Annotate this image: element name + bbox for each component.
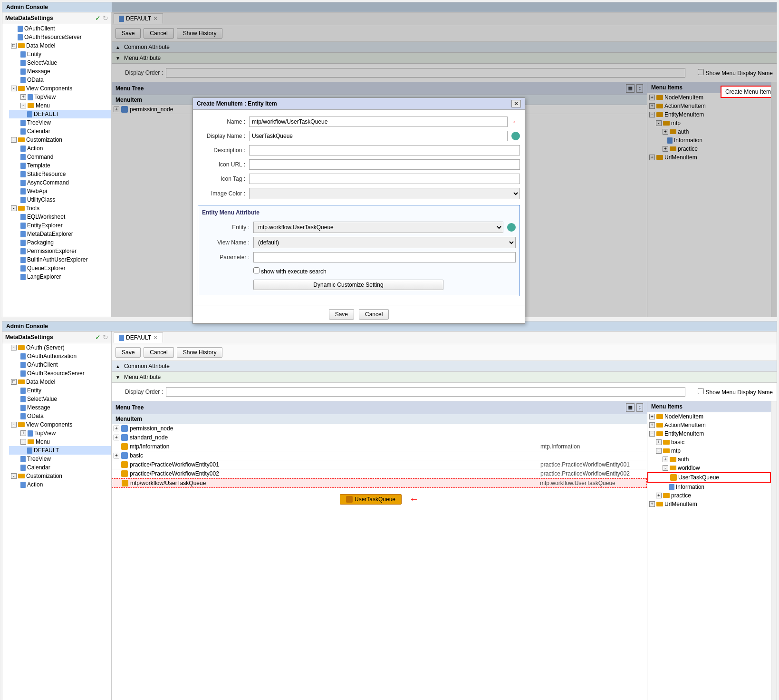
sidebar-item-webapi-1[interactable]: WebApi [9,187,111,195]
sidebar-item-treeview-2[interactable]: TreeView [9,455,111,463]
dynamic-customize-button[interactable]: Dynamic Customize Setting [253,280,443,290]
show-history-button-2[interactable]: Show History [177,347,223,358]
sidebar-item-odata-2[interactable]: OData [9,412,111,420]
sidebar-item-oauthclient-1[interactable]: OAuthClient [9,24,111,33]
right-tree-usertaskqueue-selected[interactable]: UserTaskQueue [647,472,771,483]
sidebar-group-menu-1[interactable]: - Menu [9,101,111,110]
sidebar-group-datamodel-1[interactable]: □ Data Model [9,41,111,50]
expand-workflow2[interactable]: - [663,465,668,471]
right-tree-workflow-2[interactable]: - workflow [647,464,771,472]
sidebar-item-command-1[interactable]: Command [9,153,111,161]
right-tree-actionmenuitem-2[interactable]: + ActionMenuItem [647,421,771,429]
sidebar-item-oauthresource-2[interactable]: OAuthResourceServer [9,369,111,378]
scrollbar-right-2[interactable] [771,401,777,700]
expand-menu1[interactable]: - [20,103,26,108]
sidebar-group-menu-2[interactable]: - Menu [9,438,111,446]
refresh-entity-icon[interactable] [507,223,516,232]
parameter-input[interactable] [253,252,516,262]
expand-custom2[interactable]: - [11,473,17,479]
sidebar-item-topview-1[interactable]: + TopView [9,93,111,101]
display-order-input-2[interactable] [166,387,685,397]
common-attribute-header-2[interactable]: ▲ Common Attribute [112,361,777,372]
expand-perm2[interactable]: + [114,426,119,431]
expand-standard[interactable]: + [114,435,119,440]
tab-default-2[interactable]: DEFAULT ✕ [114,332,163,343]
sidebar-item-topview-2[interactable]: + TopView [9,429,111,438]
expand-tools1[interactable]: - [11,205,17,211]
modal-name-input[interactable] [249,117,508,127]
modal-save-button[interactable]: Save [329,309,354,320]
sidebar-item-oauthclient-2[interactable]: OAuthClient [9,360,111,369]
sidebar-item-odata-1[interactable]: OData [9,76,111,84]
sidebar-item-default-2[interactable]: DEFAULT [9,446,111,455]
sidebar-item-builtinauth[interactable]: BuiltinAuthUserExplorer [9,255,111,264]
sidebar-item-default-1[interactable]: DEFAULT [9,110,111,118]
sidebar-item-message-2[interactable]: Message [9,403,111,412]
modal-icontag-input[interactable] [249,174,520,184]
sidebar-item-action-1[interactable]: Action [9,144,111,153]
sidebar-item-eqlworksheet[interactable]: EQLWorksheet [9,213,111,221]
entity-select[interactable]: mtp.workflow.UserTaskQueue [253,222,503,233]
expand-entity2[interactable]: - [649,431,655,437]
expand-oauth2[interactable]: - [11,345,17,350]
sidebar-group-tools-1[interactable]: - Tools [9,204,111,213]
sidebar-group-oauth-2[interactable]: - OAuth (Server) [9,343,111,352]
right-tree-entitymenuitem-2[interactable]: - EntityMenuItem [647,429,771,438]
sidebar-item-queueexplorer[interactable]: QueueExplorer [9,264,111,272]
expand-action2[interactable]: + [649,422,655,428]
modal-description-input[interactable] [249,145,520,156]
sidebar-item-action-2[interactable]: Action [9,480,111,489]
sidebar-group-viewcomponents-1[interactable]: - View Components [9,84,111,93]
sidebar-item-calendar-1[interactable]: Calendar [9,127,111,136]
sidebar-item-entity-2[interactable]: Entity [9,386,111,395]
sidebar-item-calendar-2[interactable]: Calendar [9,463,111,472]
expand-topview[interactable]: + [20,94,26,100]
sidebar-group-vc-2[interactable]: - View Components [9,420,111,429]
expand-basic2[interactable]: + [656,439,662,445]
expand-node2[interactable]: + [649,414,655,419]
expand-url2[interactable]: + [649,501,655,507]
sidebar-item-asynccommand-1[interactable]: AsyncCommand [9,178,111,187]
right-tree-auth-2[interactable]: + auth [647,455,771,464]
tab-close-2[interactable]: ✕ [153,334,158,341]
sidebar-item-entityexplorer[interactable]: EntityExplorer [9,221,111,230]
modal-iconurl-input[interactable] [249,159,520,170]
expand-basic[interactable]: + [114,453,119,458]
modal-close-button[interactable]: ✕ [511,100,521,107]
cancel-button-2[interactable]: Cancel [144,347,173,358]
modal-cancel-button[interactable]: Cancel [359,309,389,320]
expand-mtp2[interactable]: - [656,448,662,454]
sidebar-item-staticresource-1[interactable]: StaticResource [9,170,111,178]
sort-icon-3[interactable]: ≣ [626,403,635,412]
sidebar-item-selectvalue-1[interactable]: SelectValue [9,58,111,67]
modal-displayname-input[interactable] [249,131,508,141]
right-tree-nodemenuitem-2[interactable]: + NodeMenuItem [647,412,771,421]
sidebar-item-langexplorer[interactable]: LangExplorer [9,272,111,281]
sidebar-item-packaging[interactable]: Packaging [9,238,111,247]
right-tree-basic-2[interactable]: + basic [647,438,771,447]
expand-topview2[interactable]: + [20,430,26,436]
expand-custom1[interactable]: - [11,137,17,143]
sidebar-item-oauthresourceserver-1[interactable]: OAuthResourceServer [9,33,111,41]
expand-vc1[interactable]: - [11,86,17,91]
sidebar-group-datamodel-2[interactable]: □ Data Model [9,378,111,386]
right-tree-urlmenuitem-2[interactable]: + UrlMenuItem [647,500,771,508]
viewname-select[interactable]: (default) [253,237,516,248]
sidebar-item-permissionexplorer[interactable]: PermissionExplorer [9,247,111,255]
right-tree-practice-2[interactable]: + practice [647,491,771,500]
sidebar-group-customization-1[interactable]: - Customization [9,136,111,144]
expand-practice2[interactable]: + [656,493,662,498]
right-tree-information-2[interactable]: Information [647,483,771,491]
sidebar-item-oauthauth-2[interactable]: OAuthAuthorization [9,352,111,360]
sidebar-item-utilityclass-1[interactable]: UtilityClass [9,195,111,204]
right-tree-mtp-2[interactable]: - mtp [647,447,771,455]
show-execute-checkbox[interactable] [253,267,260,273]
expand-vc2[interactable]: - [11,422,17,428]
expand-menu2[interactable]: - [20,439,26,445]
save-button-2[interactable]: Save [115,347,141,358]
sort-icon-4[interactable]: ↕ [636,403,643,412]
usertaskqueue-button[interactable]: UserTaskQueue [340,494,402,505]
menu-attribute-header-2[interactable]: ▼ Menu Attribute [112,372,777,383]
sidebar-item-metadataexplorer[interactable]: MetaDataExplorer [9,230,111,238]
sidebar-item-entity-1[interactable]: Entity [9,50,111,58]
